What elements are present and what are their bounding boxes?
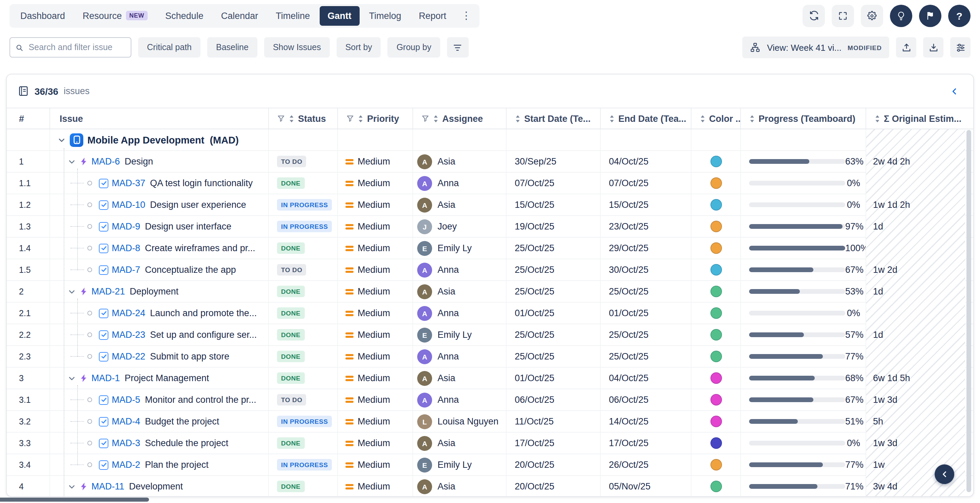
tab-timeline[interactable]: Timeline — [267, 6, 318, 25]
group-by-button[interactable]: Group by — [388, 37, 440, 57]
issue-row-mad-23[interactable]: 2.2 MAD-23Set up and configure ser... DO… — [7, 324, 973, 346]
critical-path-button[interactable]: Critical path — [138, 37, 200, 57]
color-dot[interactable] — [710, 481, 722, 492]
sort-icon[interactable] — [515, 114, 521, 123]
issue-row-mad-4[interactable]: 3.2 MAD-4Budget the project IN PROGRESS … — [7, 411, 973, 433]
import-button[interactable] — [923, 37, 943, 57]
issue-row-mad-8[interactable]: 1.4 MAD-8Create wireframes and pr... DON… — [7, 238, 973, 259]
sort-icon[interactable] — [874, 114, 880, 123]
group-row-mad[interactable]: Mobile App Development (MAD) — [7, 129, 973, 151]
color-dot[interactable] — [710, 307, 722, 319]
issue-row-mad-21[interactable]: 2 MAD-21Deployment DONE Medium AAsia 25/… — [7, 281, 973, 303]
sort-icon[interactable] — [433, 114, 439, 123]
issue-key[interactable]: MAD-9 — [112, 221, 140, 232]
sort-icon[interactable] — [288, 114, 294, 123]
tab-resource[interactable]: ResourceNEW — [75, 6, 156, 25]
color-dot[interactable] — [710, 199, 722, 211]
issue-row-mad-22[interactable]: 2.3 MAD-22Submit to app store DONE Mediu… — [7, 346, 973, 368]
filter-icon[interactable] — [346, 114, 354, 122]
color-dot[interactable] — [710, 372, 722, 384]
vertical-scrollbar-thumb[interactable] — [966, 130, 971, 492]
issue-row-mad-7[interactable]: 1.5 MAD-7Conceptualize the app TO DO Med… — [7, 259, 973, 281]
filter-icon[interactable] — [421, 114, 430, 122]
display-settings-button[interactable] — [950, 37, 970, 57]
issue-key[interactable]: MAD-23 — [112, 330, 145, 340]
issue-key[interactable]: MAD-1 — [91, 373, 120, 383]
tab-calendar[interactable]: Calendar — [213, 6, 267, 25]
column-header-end-date-tea[interactable]: End Date (Tea... — [601, 108, 692, 129]
sort-icon[interactable] — [749, 114, 755, 123]
more-tabs-button[interactable]: ⋮ — [456, 7, 477, 24]
issue-key[interactable]: MAD-37 — [112, 178, 145, 188]
filter-icon[interactable] — [277, 114, 285, 122]
chevron-down-icon[interactable] — [68, 157, 76, 165]
tab-schedule[interactable]: Schedule — [157, 6, 212, 25]
color-dot[interactable] — [710, 156, 722, 167]
sort-icon[interactable] — [700, 114, 706, 123]
issue-key[interactable]: MAD-2 — [112, 460, 140, 470]
export-button[interactable] — [896, 37, 916, 57]
column-header-assignee[interactable]: Assignee — [413, 108, 507, 129]
chevron-down-icon[interactable] — [68, 482, 76, 490]
color-dot[interactable] — [710, 437, 722, 449]
help-button[interactable]: ? — [948, 5, 970, 27]
feedback-button[interactable] — [919, 5, 942, 27]
issue-key[interactable]: MAD-6 — [91, 156, 120, 167]
color-dot[interactable] — [710, 329, 722, 341]
fullscreen-button[interactable] — [832, 5, 854, 27]
color-dot[interactable] — [710, 221, 722, 232]
color-dot[interactable] — [710, 178, 722, 189]
color-dot[interactable] — [710, 264, 722, 276]
issue-key[interactable]: MAD-11 — [91, 481, 124, 492]
column-header-priority[interactable]: Priority — [338, 108, 413, 129]
issue-key[interactable]: MAD-10 — [112, 200, 145, 210]
tab-timelog[interactable]: Timelog — [361, 6, 409, 25]
color-dot[interactable] — [710, 394, 722, 406]
issue-key[interactable]: MAD-3 — [112, 438, 140, 448]
show-issues-button[interactable]: Show Issues — [264, 37, 330, 57]
issue-key[interactable]: MAD-22 — [112, 351, 145, 362]
tab-dashboard[interactable]: Dashboard — [12, 6, 73, 25]
baseline-button[interactable]: Baseline — [207, 37, 257, 57]
column-header-progress-teamboard[interactable]: Progress (Teamboard) — [741, 108, 866, 129]
collapse-panel-button[interactable] — [946, 86, 963, 96]
issue-key[interactable]: MAD-8 — [112, 243, 140, 253]
issue-row-mad-2[interactable]: 3.4 MAD-2Plan the project IN PROGRESS Me… — [7, 454, 973, 476]
column-header-status[interactable]: Status — [269, 108, 338, 129]
issue-row-mad-24[interactable]: 2.1 MAD-24Launch and promote the... DONE… — [7, 303, 973, 324]
column-header-[interactable]: # — [7, 108, 50, 129]
issue-row-mad-11[interactable]: 4 MAD-11Development DONE Medium AAsia 20… — [7, 476, 973, 497]
issue-key[interactable]: MAD-5 — [112, 395, 140, 405]
issue-key[interactable]: MAD-7 — [112, 265, 140, 275]
column-header-color[interactable]: Color ... — [692, 108, 741, 129]
issue-key[interactable]: MAD-4 — [112, 416, 140, 427]
issue-row-mad-9[interactable]: 1.3 MAD-9Design user interface IN PROGRE… — [7, 216, 973, 238]
tab-gantt[interactable]: Gantt — [319, 6, 360, 25]
sort-by-button[interactable]: Sort by — [337, 37, 381, 57]
sort-icon[interactable] — [609, 114, 615, 123]
chevron-down-icon[interactable] — [68, 287, 76, 295]
search-input[interactable] — [27, 42, 125, 53]
issue-row-mad-10[interactable]: 1.2 MAD-10Design user experience IN PROG… — [7, 194, 973, 216]
color-dot[interactable] — [710, 286, 722, 297]
settings-button[interactable] — [861, 5, 883, 27]
issue-row-mad-3[interactable]: 3.3 MAD-3Schedule the project DONE Mediu… — [7, 433, 973, 454]
chevron-down-icon[interactable] — [68, 374, 76, 382]
issue-key[interactable]: MAD-24 — [112, 308, 145, 318]
issue-row-mad-5[interactable]: 3.1 MAD-5Monitor and control the pr... T… — [7, 389, 973, 411]
view-selector[interactable]: View: Week 41 vi... MODIFIED — [743, 36, 889, 58]
issue-key[interactable]: MAD-21 — [91, 286, 125, 297]
color-dot[interactable] — [710, 416, 722, 427]
issue-row-mad-6[interactable]: 1 MAD-6Design TO DO Medium AAsia 30/Sep/… — [7, 151, 973, 173]
column-header-original-estim[interactable]: Σ Original Estim... — [866, 108, 965, 129]
collapse-gantt-fab[interactable] — [935, 465, 954, 484]
column-header-issue[interactable]: Issue — [50, 108, 269, 129]
sort-icon[interactable] — [358, 114, 364, 123]
horizontal-scrollbar-thumb[interactable] — [0, 498, 149, 501]
filter-button[interactable] — [447, 37, 469, 57]
sync-button[interactable] — [803, 5, 825, 27]
chevron-down-icon[interactable] — [57, 136, 66, 144]
color-dot[interactable] — [710, 351, 722, 362]
issue-row-mad-37[interactable]: 1.1 MAD-37QA test login functionality DO… — [7, 173, 973, 194]
whats-new-button[interactable] — [890, 5, 912, 27]
